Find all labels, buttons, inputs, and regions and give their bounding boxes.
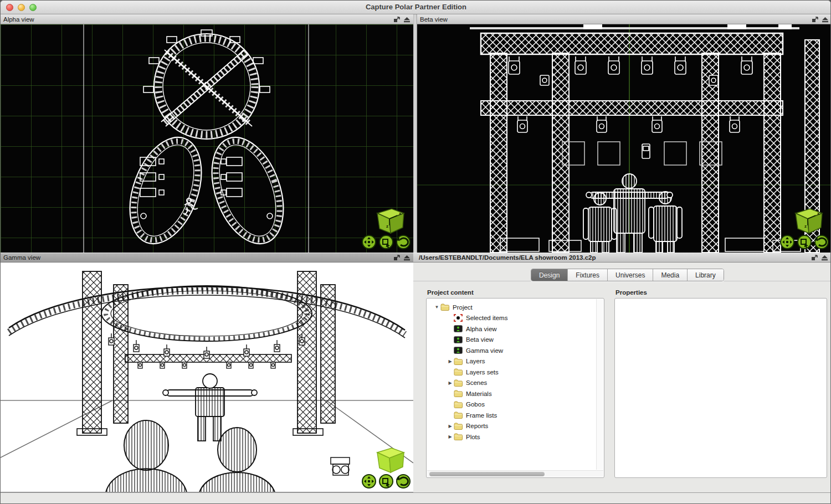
tree-expand-arrow[interactable]: ▶ [447, 424, 454, 429]
gamma-scene-wireframe [1, 263, 413, 492]
tree-item-label: Beta view [466, 336, 494, 343]
tree-item-layers-sets[interactable]: Layers sets [428, 367, 595, 378]
tree-item-plots[interactable]: ▶Plots [428, 431, 595, 443]
svg-text:z: z [804, 224, 807, 229]
beta-nav-gizmo[interactable]: x z [780, 207, 829, 250]
select-mode-button[interactable] [798, 235, 811, 249]
alpha-view-header: Alpha view [1, 14, 413, 24]
eject-icon[interactable] [821, 255, 828, 261]
window-title: Capture Polar Partner Edition [1, 3, 831, 11]
tree-item-label: Reports [466, 423, 488, 429]
tab-bar: DesignFixturesUniversesMediaLibrary [531, 269, 724, 281]
gamma-view-title: Gamma view [3, 254, 40, 261]
tree-expand-arrow[interactable]: ▶ [447, 359, 454, 364]
tab-media[interactable]: Media [653, 269, 688, 281]
orientation-cube[interactable]: x z [791, 207, 825, 234]
project-content-header: Project content [427, 289, 474, 296]
beta-viewport[interactable]: x z [417, 24, 831, 253]
alpha-nav-gizmo[interactable]: x z [362, 207, 411, 250]
tree-expand-arrow[interactable]: ▶ [447, 380, 454, 385]
document-path: /Users/ESTEBANDLT/Documents/ELA showroom… [419, 254, 596, 261]
gamma-nav-gizmo[interactable] [362, 446, 411, 489]
gizmo-buttons [780, 234, 829, 250]
tab-design[interactable]: Design [531, 269, 568, 281]
tree-item-label: Selected items [466, 315, 507, 321]
tree-item-label: Layers sets [466, 369, 499, 376]
project-content-panel: ▼ProjectSelected itemsAlpha viewBeta vie… [426, 298, 604, 478]
popout-icon[interactable] [393, 255, 401, 261]
orbit-button[interactable] [396, 475, 410, 488]
orbit-button[interactable] [396, 235, 410, 249]
popout-icon[interactable] [812, 17, 819, 23]
folder-icon [440, 304, 449, 311]
project-tree: ▼ProjectSelected itemsAlpha viewBeta vie… [428, 302, 595, 470]
tree-item-label: Alpha view [466, 326, 497, 332]
tree-item-label: Layers [466, 358, 485, 364]
beta-scene-wireframe [417, 24, 831, 253]
tree-expand-arrow[interactable]: ▶ [447, 434, 454, 439]
svg-text:x: x [817, 211, 820, 216]
tree-item-gobos[interactable]: Gobos [428, 399, 595, 410]
tree-item-layers[interactable]: ▶Layers [428, 356, 595, 367]
tree-item-label: Gobos [466, 401, 485, 408]
horizontal-scrollbar[interactable] [427, 470, 603, 477]
vertical-scrollbar[interactable] [596, 299, 603, 470]
popout-icon[interactable] [811, 255, 818, 261]
tree-item-label: Frame lists [466, 412, 497, 419]
document-path-bar: /Users/ESTEBANDLT/Documents/ELA showroom… [413, 253, 831, 263]
orientation-cube[interactable] [373, 446, 407, 474]
folder-icon [454, 412, 463, 419]
eject-icon[interactable] [822, 17, 829, 23]
tab-fixtures[interactable]: Fixtures [568, 269, 608, 281]
orbit-button[interactable] [814, 235, 828, 249]
tree-item-project[interactable]: ▼Project [428, 302, 595, 313]
tab-universes[interactable]: Universes [608, 269, 653, 281]
tree-item-scenes[interactable]: ▶Scenes [428, 378, 595, 389]
orientation-cube[interactable]: x z [373, 207, 407, 234]
beta-view-header: Beta view [417, 14, 831, 24]
gizmo-buttons [362, 234, 411, 250]
folder-icon [454, 423, 463, 430]
window-bottom-strip [1, 492, 831, 504]
pan-button[interactable] [781, 235, 794, 249]
tree-item-materials[interactable]: Materials [428, 388, 595, 399]
gamma-viewport[interactable] [1, 263, 413, 492]
properties-panel [614, 298, 827, 478]
svg-text:x: x [399, 211, 402, 216]
alpha-view-title: Alpha view [3, 16, 34, 23]
project-panel: DesignFixturesUniversesMediaLibrary Proj… [413, 263, 831, 492]
tree-item-selected-items[interactable]: Selected items [428, 313, 595, 324]
tree-item-frame-lists[interactable]: Frame lists [428, 410, 595, 421]
alpha-viewport[interactable]: x z [1, 24, 413, 253]
tree-item-label: Materials [466, 390, 492, 397]
tree-item-gamma-view[interactable]: Gamma view [428, 345, 595, 356]
properties-header: Properties [615, 289, 647, 296]
tree-item-label: Scenes [466, 379, 487, 386]
tree-item-alpha-view[interactable]: Alpha view [428, 323, 595, 335]
pan-button[interactable] [362, 235, 376, 249]
horizontal-scrollbar-thumb[interactable] [429, 472, 545, 476]
folder-icon [454, 368, 463, 376]
popout-icon[interactable] [393, 17, 401, 23]
eject-icon[interactable] [403, 255, 411, 261]
gizmo-buttons [362, 474, 411, 489]
folder-icon [454, 358, 463, 365]
selected-items-icon [454, 314, 463, 322]
tree-item-reports[interactable]: ▶Reports [428, 421, 595, 432]
alpha-scene-wireframe [1, 24, 413, 253]
view-icon [454, 325, 463, 332]
select-mode-button[interactable] [379, 235, 393, 249]
folder-icon [454, 379, 463, 387]
folder-icon [454, 401, 463, 408]
tree-item-beta-view[interactable]: Beta view [428, 335, 595, 346]
tree-item-label: Gamma view [466, 347, 503, 354]
folder-icon [454, 433, 463, 440]
gamma-view-header: Gamma view [1, 253, 413, 263]
select-mode-button[interactable] [379, 475, 393, 488]
tree-expand-arrow[interactable]: ▼ [433, 305, 440, 310]
pan-button[interactable] [362, 475, 376, 488]
tab-library[interactable]: Library [688, 269, 724, 281]
vertical-splitter[interactable] [413, 14, 417, 253]
view-icon [454, 336, 463, 343]
eject-icon[interactable] [403, 17, 411, 23]
